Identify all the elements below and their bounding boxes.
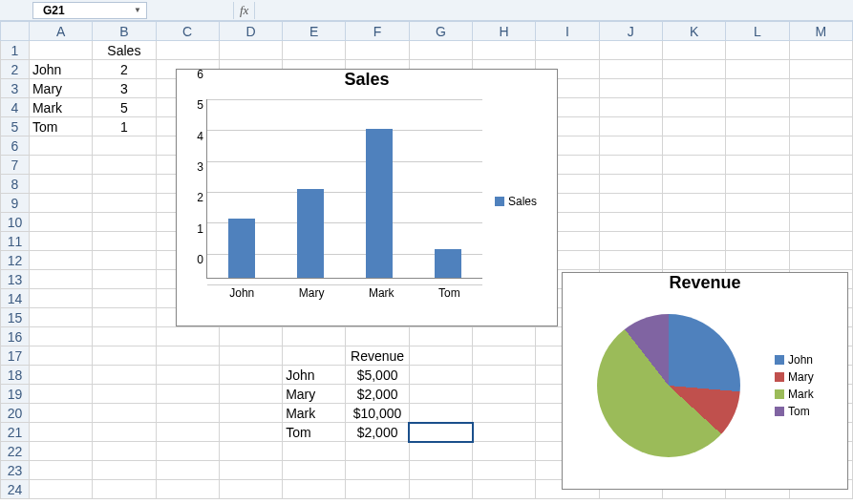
row-header-24[interactable]: 24 <box>1 480 30 499</box>
cell-A12[interactable] <box>29 251 92 270</box>
cell-F21[interactable]: $2,000 <box>346 423 409 442</box>
cell-H20[interactable] <box>473 404 536 423</box>
chart-revenue[interactable]: Revenue JohnMaryMarkTom <box>562 272 848 490</box>
cell-A17[interactable] <box>29 346 92 366</box>
cell-K6[interactable] <box>662 136 725 156</box>
cell-E16[interactable] <box>283 327 346 346</box>
cell-E19[interactable]: Mary <box>283 385 346 404</box>
row-header-12[interactable]: 12 <box>1 251 30 270</box>
cell-B2[interactable]: 2 <box>93 60 156 79</box>
col-header-A[interactable]: A <box>29 22 92 41</box>
cell-L12[interactable] <box>726 251 789 270</box>
cell-L11[interactable] <box>726 232 789 251</box>
cell-L1[interactable] <box>726 41 789 60</box>
cell-D17[interactable] <box>219 346 282 366</box>
name-box[interactable] <box>35 3 131 18</box>
cell-G20[interactable] <box>409 404 472 423</box>
cell-K4[interactable] <box>662 98 725 117</box>
row-header-7[interactable]: 7 <box>1 156 30 175</box>
row-header-5[interactable]: 5 <box>1 117 30 136</box>
cell-H24[interactable] <box>473 480 536 499</box>
col-header-K[interactable]: K <box>662 22 725 41</box>
cell-M1[interactable] <box>789 41 853 60</box>
cell-F18[interactable]: $5,000 <box>346 366 409 385</box>
cell-H18[interactable] <box>473 366 536 385</box>
cell-A2[interactable]: John <box>29 60 92 79</box>
row-header-2[interactable]: 2 <box>1 60 30 79</box>
cell-J7[interactable] <box>599 156 662 175</box>
cell-F20[interactable]: $10,000 <box>346 404 409 423</box>
row-header-8[interactable]: 8 <box>1 175 30 194</box>
col-header-H[interactable]: H <box>473 22 536 41</box>
cell-K5[interactable] <box>662 117 725 136</box>
row-header-1[interactable]: 1 <box>1 41 30 60</box>
cell-A4[interactable]: Mark <box>29 98 92 117</box>
cell-J12[interactable] <box>599 251 662 270</box>
cell-C16[interactable] <box>156 327 219 346</box>
row-header-6[interactable]: 6 <box>1 136 30 156</box>
cell-B8[interactable] <box>93 175 156 194</box>
cell-E17[interactable] <box>283 346 346 366</box>
cell-C18[interactable] <box>156 366 219 385</box>
cell-K12[interactable] <box>662 251 725 270</box>
cell-E22[interactable] <box>283 442 346 461</box>
cell-L2[interactable] <box>726 60 789 79</box>
cell-L8[interactable] <box>726 175 789 194</box>
col-header-B[interactable]: B <box>93 22 156 41</box>
cell-G23[interactable] <box>409 461 472 480</box>
cell-A13[interactable] <box>29 270 92 289</box>
cell-B6[interactable] <box>93 136 156 156</box>
cell-B14[interactable] <box>93 289 156 308</box>
col-header-F[interactable]: F <box>346 22 409 41</box>
cell-A18[interactable] <box>29 366 92 385</box>
cell-A9[interactable] <box>29 194 92 213</box>
cell-J6[interactable] <box>599 136 662 156</box>
cell-H19[interactable] <box>473 385 536 404</box>
row-header-14[interactable]: 14 <box>1 289 30 308</box>
cell-C24[interactable] <box>156 480 219 499</box>
cell-B9[interactable] <box>93 194 156 213</box>
cell-D24[interactable] <box>219 480 282 499</box>
cell-A5[interactable]: Tom <box>29 117 92 136</box>
cell-G22[interactable] <box>409 442 472 461</box>
col-header-E[interactable]: E <box>283 22 346 41</box>
row-header-9[interactable]: 9 <box>1 194 30 213</box>
cell-F24[interactable] <box>346 480 409 499</box>
cell-G1[interactable] <box>409 41 472 60</box>
cell-H22[interactable] <box>473 442 536 461</box>
row-header-23[interactable]: 23 <box>1 461 30 480</box>
cell-K8[interactable] <box>662 175 725 194</box>
cell-K9[interactable] <box>662 194 725 213</box>
cell-G18[interactable] <box>409 366 472 385</box>
cell-B4[interactable]: 5 <box>93 98 156 117</box>
cell-M9[interactable] <box>789 194 853 213</box>
cell-J8[interactable] <box>599 175 662 194</box>
cell-C20[interactable] <box>156 404 219 423</box>
cell-J11[interactable] <box>599 232 662 251</box>
cell-A22[interactable] <box>29 442 92 461</box>
cell-E21[interactable]: Tom <box>283 423 346 442</box>
cell-D20[interactable] <box>219 404 282 423</box>
formula-input[interactable] <box>255 3 853 18</box>
cell-D21[interactable] <box>219 423 282 442</box>
row-header-15[interactable]: 15 <box>1 308 30 327</box>
cell-L4[interactable] <box>726 98 789 117</box>
row-header-21[interactable]: 21 <box>1 423 30 442</box>
cell-C17[interactable] <box>156 346 219 366</box>
col-header-M[interactable]: M <box>789 22 853 41</box>
cell-M4[interactable] <box>789 98 853 117</box>
cell-D16[interactable] <box>219 327 282 346</box>
select-all-corner[interactable] <box>1 22 30 41</box>
col-header-L[interactable]: L <box>726 22 789 41</box>
cell-M12[interactable] <box>789 251 853 270</box>
cell-C22[interactable] <box>156 442 219 461</box>
cell-M3[interactable] <box>789 79 853 98</box>
cell-M7[interactable] <box>789 156 853 175</box>
cell-M8[interactable] <box>789 175 853 194</box>
cell-M5[interactable] <box>789 117 853 136</box>
cell-B1[interactable]: Sales <box>93 41 156 60</box>
cell-J9[interactable] <box>599 194 662 213</box>
cell-G19[interactable] <box>409 385 472 404</box>
cell-A16[interactable] <box>29 327 92 346</box>
cell-E18[interactable]: John <box>283 366 346 385</box>
